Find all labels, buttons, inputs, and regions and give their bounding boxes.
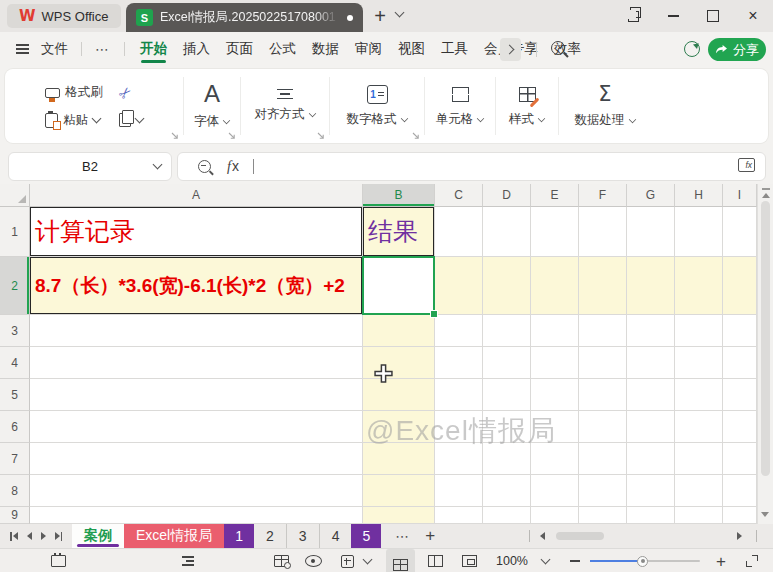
cell-C2[interactable] — [435, 257, 483, 315]
cell-H7[interactable] — [675, 443, 723, 475]
sheet-tab-Excel情报局[interactable]: Excel情报局 — [124, 524, 224, 548]
row-header-7[interactable]: 7 — [0, 443, 30, 475]
cell-D3[interactable] — [483, 315, 531, 347]
maximize-button[interactable] — [693, 0, 733, 32]
column-header-E[interactable]: E — [531, 184, 579, 207]
zoom-in-button[interactable]: + — [712, 549, 730, 572]
cell-G8[interactable] — [627, 475, 675, 507]
cell-H9[interactable] — [675, 507, 723, 524]
cell-F9[interactable] — [579, 507, 627, 524]
cloud-sync-icon[interactable] — [684, 41, 700, 57]
row-header-6[interactable]: 6 — [0, 411, 30, 443]
cell-H1[interactable] — [675, 207, 723, 257]
cell-D1[interactable] — [483, 207, 531, 257]
insert-function-button[interactable]: fx — [227, 158, 239, 175]
row-header-4[interactable]: 4 — [0, 347, 30, 379]
sheet-tab-2[interactable]: 2 — [254, 524, 287, 548]
zoom-chevron[interactable] — [538, 549, 552, 572]
minimize-button[interactable] — [653, 0, 693, 32]
cell-F2[interactable] — [579, 257, 627, 315]
visibility-button[interactable] — [300, 549, 326, 572]
cell-B3[interactable] — [363, 315, 435, 347]
cell-H3[interactable] — [675, 315, 723, 347]
share-button[interactable]: 分享 — [708, 38, 766, 61]
first-sheet-button[interactable] — [10, 532, 18, 541]
cell-E3[interactable] — [531, 315, 579, 347]
format-painter-button[interactable]: 格式刷 — [45, 84, 103, 102]
cell-F5[interactable] — [579, 379, 627, 411]
row-header-9[interactable]: 9 — [0, 507, 30, 524]
cell-E4[interactable] — [531, 347, 579, 379]
zoom-search-icon[interactable] — [198, 160, 211, 173]
cells-group-button[interactable]: 单元格 — [425, 69, 495, 143]
quick-access-more-button[interactable]: ⋯ — [89, 41, 117, 57]
alignment-group-button[interactable]: 对齐方式 — [241, 69, 329, 143]
cell-C5[interactable] — [435, 379, 483, 411]
cell-G6[interactable] — [627, 411, 675, 443]
cell-C9[interactable] — [435, 507, 483, 524]
cell-A8[interactable] — [30, 475, 363, 507]
dialog-launcher-icon[interactable] — [317, 132, 325, 140]
row-header-8[interactable]: 8 — [0, 475, 30, 507]
close-button[interactable]: × — [733, 0, 773, 32]
row-header-3[interactable]: 3 — [0, 315, 30, 347]
zoom-level[interactable]: 100% — [492, 549, 532, 572]
cell-F3[interactable] — [579, 315, 627, 347]
column-header-H[interactable]: H — [675, 184, 723, 207]
cell-C7[interactable] — [435, 443, 483, 475]
menu-item-开始[interactable]: 开始 — [135, 32, 172, 66]
next-sheet-button[interactable] — [41, 532, 46, 540]
menu-item-插入[interactable]: 插入 — [178, 32, 215, 66]
sheet-tab-3[interactable]: 3 — [287, 524, 320, 548]
cell-H2[interactable] — [675, 257, 723, 315]
cell-H8[interactable] — [675, 475, 723, 507]
cell-A2[interactable]: 8.7（长）*3.6(宽)-6.1(长)*2（宽）+2 — [30, 257, 363, 315]
file-menu[interactable]: 文件 — [35, 40, 74, 58]
new-tab-button[interactable]: + — [368, 2, 392, 30]
cell-B1[interactable]: 结果 — [363, 207, 435, 257]
cell-E8[interactable] — [531, 475, 579, 507]
sheet-tab-5[interactable]: 5 — [351, 524, 381, 548]
cell-I1[interactable] — [723, 207, 757, 257]
split-handle[interactable] — [762, 188, 770, 190]
dialog-launcher-icon[interactable] — [412, 132, 420, 140]
cell-F1[interactable] — [579, 207, 627, 257]
arrange-windows-button[interactable] — [613, 0, 653, 32]
cell-C6[interactable] — [435, 411, 483, 443]
dialog-launcher-icon[interactable] — [228, 132, 236, 140]
cell-E6[interactable] — [531, 411, 579, 443]
expand-formula-bar-icon[interactable]: fx — [738, 158, 755, 172]
cell-E9[interactable] — [531, 507, 579, 524]
zoom-slider-thumb[interactable] — [637, 556, 648, 567]
select-all-corner[interactable] — [0, 184, 30, 207]
cell-E7[interactable] — [531, 443, 579, 475]
name-box[interactable]: B2 — [8, 152, 172, 181]
copy-button[interactable] — [119, 112, 143, 129]
cell-I6[interactable] — [723, 411, 757, 443]
cell-F7[interactable] — [579, 443, 627, 475]
sheet-tab-1[interactable]: 1 — [224, 524, 254, 548]
scroll-up-icon[interactable] — [762, 193, 770, 198]
scroll-down-icon[interactable] — [761, 512, 769, 517]
vertical-scroll-thumb[interactable] — [761, 201, 770, 476]
cut-button[interactable]: ✂ — [119, 84, 143, 102]
cell-A7[interactable] — [30, 443, 363, 475]
cell-G4[interactable] — [627, 347, 675, 379]
fullscreen-button[interactable] — [740, 549, 764, 572]
cell-B2[interactable] — [363, 257, 435, 315]
cell-G3[interactable] — [627, 315, 675, 347]
cell-E5[interactable] — [531, 379, 579, 411]
cell-G1[interactable] — [627, 207, 675, 257]
dialog-launcher-icon[interactable] — [171, 132, 179, 140]
cell-A4[interactable] — [30, 347, 363, 379]
cell-A3[interactable] — [30, 315, 363, 347]
cell-G2[interactable] — [627, 257, 675, 315]
hamburger-icon[interactable] — [16, 48, 29, 50]
cell-I3[interactable] — [723, 315, 757, 347]
wps-office-menu-button[interactable]: W WPS Office — [7, 4, 121, 28]
cell-A9[interactable] — [30, 507, 363, 524]
cell-A6[interactable] — [30, 411, 363, 443]
cell-F4[interactable] — [579, 347, 627, 379]
cell-H6[interactable] — [675, 411, 723, 443]
cell-I7[interactable] — [723, 443, 757, 475]
